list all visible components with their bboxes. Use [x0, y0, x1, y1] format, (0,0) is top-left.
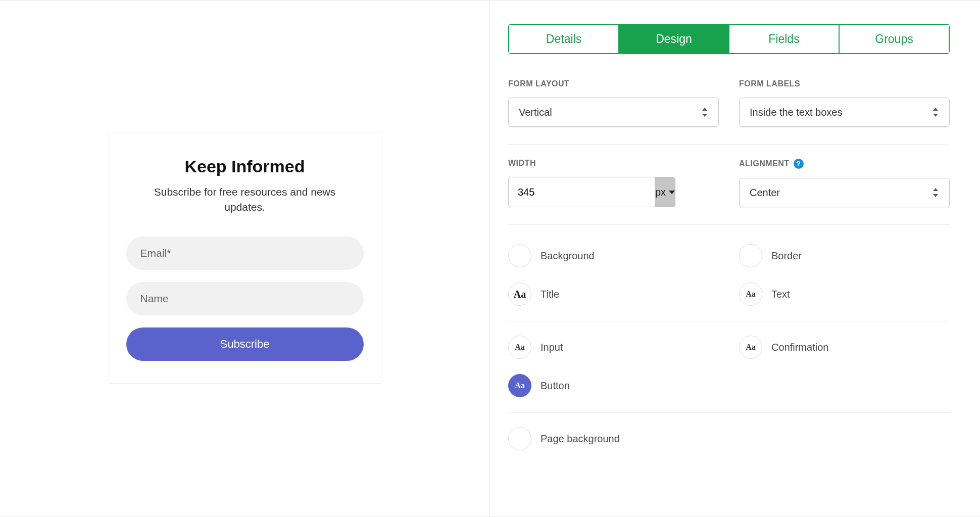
form-preview-card: Keep Informed Subscribe for free resourc…	[109, 132, 381, 384]
width-unit-dropdown[interactable]: px	[655, 177, 675, 207]
help-icon[interactable]: ?	[794, 159, 804, 169]
typography-icon: Aa	[508, 336, 531, 359]
tab-groups[interactable]: Groups	[840, 24, 950, 54]
color-swatch-icon	[508, 244, 531, 267]
typography-icon: Aa	[739, 336, 762, 359]
color-swatch-icon	[739, 244, 762, 267]
preview-pane: Keep Informed Subscribe for free resourc…	[0, 1, 490, 516]
tab-design[interactable]: Design	[619, 24, 729, 54]
alignment-label-text: ALIGNMENT	[739, 159, 790, 168]
style-title[interactable]: Aa Title	[508, 283, 719, 306]
subscribe-button[interactable]: Subscribe	[126, 327, 364, 361]
style-border-label: Border	[771, 250, 802, 262]
width-unit-value: px	[655, 186, 666, 198]
alignment-label: ALIGNMENT ?	[739, 159, 950, 169]
style-input-label: Input	[541, 342, 563, 353]
tabs: Details Design Fields Groups	[508, 24, 950, 54]
style-background-label: Background	[541, 250, 595, 262]
settings-pane: Details Design Fields Groups FORM LAYOUT…	[490, 1, 980, 516]
form-title: Keep Informed	[126, 157, 364, 176]
width-input[interactable]	[508, 177, 655, 207]
form-labels-label: FORM LABELS	[739, 79, 950, 88]
color-swatch-icon	[508, 427, 531, 450]
email-placeholder: Email*	[140, 247, 171, 259]
updown-icon	[932, 187, 939, 198]
style-border[interactable]: Border	[739, 244, 950, 267]
form-layout-label: FORM LAYOUT	[508, 79, 719, 88]
form-labels-value: Inside the text boxes	[750, 107, 842, 118]
email-field[interactable]: Email*	[126, 237, 364, 270]
tab-fields[interactable]: Fields	[729, 24, 840, 54]
alignment-value: Center	[750, 187, 780, 199]
style-text[interactable]: Aa Text	[739, 283, 950, 306]
style-grid: Background Aa Title Border Aa Text	[508, 239, 950, 465]
style-background[interactable]: Background	[508, 244, 719, 267]
app-root: Keep Informed Subscribe for free resourc…	[0, 0, 980, 517]
style-title-label: Title	[541, 289, 559, 300]
style-input[interactable]: Aa Input	[508, 336, 719, 359]
typography-icon: Aa	[508, 374, 531, 397]
name-placeholder: Name	[140, 293, 169, 305]
alignment-select[interactable]: Center	[739, 178, 950, 207]
form-labels-select[interactable]: Inside the text boxes	[739, 98, 950, 127]
caret-down-icon	[669, 191, 675, 194]
typography-icon: Aa	[739, 283, 762, 306]
style-confirmation-label: Confirmation	[771, 342, 828, 353]
style-confirmation[interactable]: Aa Confirmation	[739, 336, 950, 359]
row-layout-labels: FORM LAYOUT Vertical FORM LABELS Inside …	[508, 79, 950, 145]
style-text-label: Text	[771, 289, 790, 300]
form-subtitle: Subscribe for free resources and news up…	[126, 184, 364, 215]
width-group: px	[508, 177, 620, 207]
style-page-background-label: Page background	[541, 433, 620, 445]
style-page-background[interactable]: Page background	[508, 427, 719, 450]
name-field[interactable]: Name	[126, 282, 364, 315]
updown-icon	[701, 107, 708, 117]
style-button[interactable]: Aa Button	[508, 374, 719, 397]
form-layout-value: Vertical	[519, 107, 552, 118]
style-button-label: Button	[541, 380, 570, 392]
row-width-alignment: WIDTH px ALIGNMENT ? Center	[508, 159, 950, 225]
width-label: WIDTH	[508, 159, 719, 168]
typography-icon: Aa	[508, 283, 531, 306]
tab-details[interactable]: Details	[508, 24, 619, 54]
updown-icon	[932, 107, 939, 117]
form-layout-select[interactable]: Vertical	[508, 98, 719, 127]
